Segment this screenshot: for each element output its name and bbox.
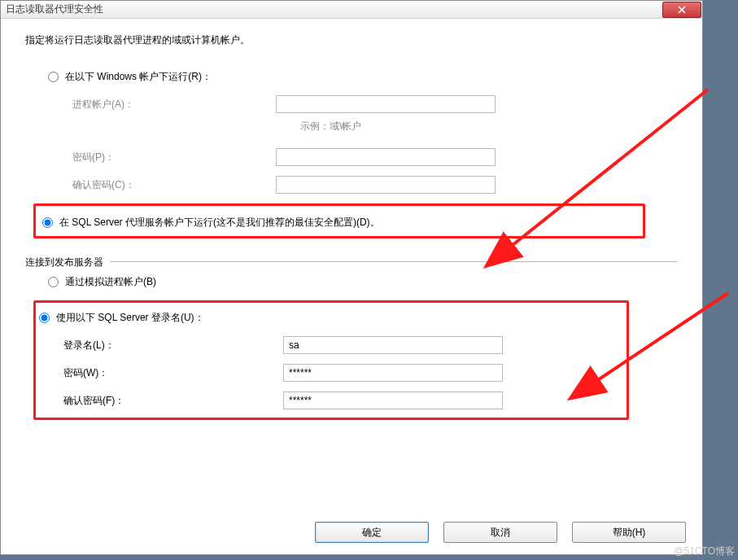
radio-run-sql-agent[interactable] xyxy=(42,217,53,228)
radio-sql-login-label: 使用以下 SQL Server 登录名(U)： xyxy=(56,311,204,325)
run-password-input xyxy=(276,148,496,166)
radio-run-windows-row[interactable]: 在以下 Windows 帐户下运行(R)： xyxy=(48,70,678,84)
radio-impersonate-label: 通过模拟进程帐户(B) xyxy=(65,275,156,289)
login-password-label: 密码(W)： xyxy=(39,366,283,380)
example-hint: 示例：域\帐户 xyxy=(48,120,678,133)
close-button[interactable] xyxy=(662,2,701,18)
process-account-label: 进程帐户(A)： xyxy=(48,98,276,112)
highlight-run-sql-agent: 在 SQL Server 代理服务帐户下运行(这不是我们推荐的最佳安全配置)(D… xyxy=(33,203,645,238)
highlight-sql-login: 使用以下 SQL Server 登录名(U)： 登录名(L)： 密码(W)： 确… xyxy=(33,300,629,420)
run-password-label: 密码(P)： xyxy=(48,151,276,164)
instruction-text: 指定将运行日志读取器代理进程的域或计算机帐户。 xyxy=(25,33,678,47)
titlebar: 日志读取器代理安全性 xyxy=(1,1,702,19)
dialog-content: 指定将运行日志读取器代理进程的域或计算机帐户。 在以下 Windows 帐户下运… xyxy=(1,19,702,554)
button-row: 确定 取消 帮助(H) xyxy=(315,522,686,543)
window-title: 日志读取器代理安全性 xyxy=(6,2,103,16)
connect-legend: 连接到发布服务器 xyxy=(25,256,110,269)
radio-sql-login-row[interactable]: 使用以下 SQL Server 登录名(U)： xyxy=(39,311,623,325)
run-confirm-input xyxy=(276,176,496,194)
radio-run-windows[interactable] xyxy=(48,72,59,82)
login-name-input[interactable] xyxy=(283,336,503,354)
login-name-label: 登录名(L)： xyxy=(39,339,283,352)
connect-fieldset: 连接到发布服务器 通过模拟进程帐户(B) 使用以下 SQL Server 登录名… xyxy=(25,261,678,420)
login-confirm-input[interactable] xyxy=(283,392,503,409)
process-account-input xyxy=(276,95,496,113)
radio-run-sql-agent-row[interactable]: 在 SQL Server 代理服务帐户下运行(这不是我们推荐的最佳安全配置)(D… xyxy=(42,216,636,230)
close-icon xyxy=(678,6,686,14)
radio-impersonate[interactable] xyxy=(48,277,59,287)
radio-run-windows-label: 在以下 Windows 帐户下运行(R)： xyxy=(65,70,212,84)
login-confirm-label: 确认密码(F)： xyxy=(39,394,283,408)
radio-sql-login[interactable] xyxy=(39,313,50,323)
watermark: @51CTO博客 xyxy=(674,545,735,558)
radio-run-sql-agent-label: 在 SQL Server 代理服务帐户下运行(这不是我们推荐的最佳安全配置)(D… xyxy=(59,216,380,230)
help-button[interactable]: 帮助(H) xyxy=(572,522,686,543)
dialog-window: 日志读取器代理安全性 指定将运行日志读取器代理进程的域或计算机帐户。 在以下 W… xyxy=(0,0,703,555)
login-password-input[interactable] xyxy=(283,364,503,382)
radio-impersonate-row[interactable]: 通过模拟进程帐户(B) xyxy=(48,275,678,289)
run-confirm-label: 确认密码(C)： xyxy=(48,178,276,192)
ok-button[interactable]: 确定 xyxy=(315,522,429,543)
cancel-button[interactable]: 取消 xyxy=(443,522,557,543)
